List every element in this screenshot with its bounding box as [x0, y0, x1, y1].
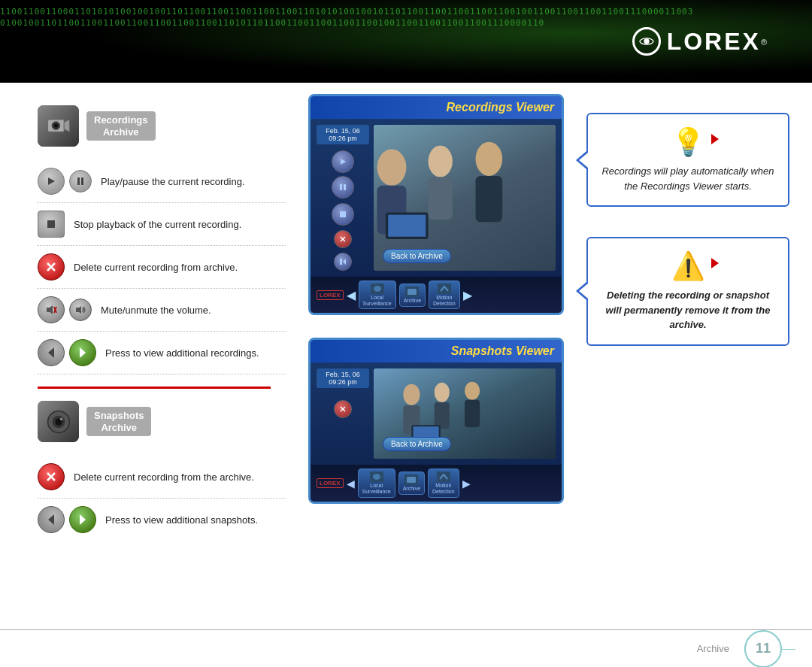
svg-rect-61: [407, 477, 416, 483]
lightbulb-icon: 💡: [671, 126, 705, 158]
snapshot-delete-button[interactable]: [38, 463, 65, 490]
svg-point-43: [374, 286, 381, 292]
viewer-play-btn[interactable]: [332, 150, 354, 173]
left-column: Recordings Archive Play/pause the curren…: [0, 83, 301, 667]
snapshot-nav-next[interactable]: [69, 506, 96, 533]
svg-point-54: [465, 382, 480, 400]
nav-row: Press to view additional recordings.: [38, 332, 286, 374]
viewer-nav-right[interactable]: ▶: [463, 288, 472, 302]
snapshots-label-line1: Snapshots: [94, 410, 144, 422]
stop-row: Stop playback of the current recording.: [38, 203, 286, 246]
snapshots-viewer-footer: LOREX ◀ LocalSurveillance Archive: [311, 465, 562, 501]
snapshots-back-button[interactable]: Back to Archive: [383, 437, 451, 451]
mute-buttons: [38, 296, 92, 323]
recordings-back-button[interactable]: Back to Archive: [383, 249, 451, 263]
nav-label: Press to view additional recordings.: [105, 347, 259, 359]
svg-rect-45: [408, 289, 417, 295]
snapshots-viewer-video: Back to Archive: [374, 368, 556, 459]
snap-nav-tab-motion[interactable]: MotionDetection: [428, 468, 459, 497]
viewer-rewind-btn[interactable]: [334, 253, 352, 271]
svg-marker-15: [48, 347, 54, 358]
delete-label: Delete current recording from archive.: [74, 262, 238, 273]
snapshot-nav-prev[interactable]: [38, 506, 65, 533]
viewer-nav-left[interactable]: ◀: [347, 288, 356, 302]
nav-tab-motion[interactable]: MotionDetection: [429, 280, 460, 309]
svg-rect-7: [81, 177, 83, 185]
mute-row: Mute/unmute the volume.: [38, 289, 286, 332]
svg-point-20: [59, 417, 62, 420]
right-column: 💡 Recordings will play automatically whe…: [571, 83, 812, 667]
recordings-viewer-video: Back to Archive: [374, 125, 556, 271]
viewer-delete-btn[interactable]: [334, 230, 352, 248]
svg-rect-62: [437, 471, 450, 482]
footer-crosshair-h: [780, 649, 795, 650]
pause-button[interactable]: [69, 170, 92, 193]
delete-button[interactable]: [38, 253, 65, 280]
snapshots-viewer: Snapshots Viewer Feb. 15, 06 09:26 pm: [308, 338, 564, 503]
svg-rect-32: [340, 259, 342, 265]
play-pause-label: Play/pause the current recording.: [101, 176, 245, 187]
snap-nav-tab-surveillance[interactable]: LocalSurveillance: [358, 468, 395, 497]
snapshots-label-line2: Archive: [101, 422, 137, 434]
main-content: Recordings Archive Play/pause the curren…: [0, 83, 812, 667]
snapshots-archive-icon: [38, 401, 79, 442]
snapshot-viewer-delete-btn[interactable]: [334, 400, 352, 418]
svg-marker-14: [76, 306, 81, 314]
recordings-archive-icon: [38, 105, 79, 147]
stop-button[interactable]: [38, 211, 65, 238]
viewer-pause-btn[interactable]: [332, 176, 354, 199]
viewer-stop-btn[interactable]: [332, 203, 354, 226]
svg-rect-37: [429, 177, 453, 220]
play-button[interactable]: [38, 168, 65, 195]
snap-nav-tab-motion-label: MotionDetection: [432, 483, 455, 494]
play-pause-row: Play/pause the current recording.: [38, 160, 286, 203]
recordings-viewer: Recordings Viewer Feb. 15, 06 09:26 pm: [308, 94, 564, 315]
nav-next-button[interactable]: [69, 339, 96, 366]
svg-marker-16: [80, 347, 86, 358]
svg-marker-24: [80, 514, 86, 525]
tip1-icon-row: 💡: [601, 126, 774, 158]
snapshot-delete-row: Delete current recording from the archiv…: [38, 456, 286, 499]
snapshot-viewer-nav-left[interactable]: ◀: [347, 478, 355, 490]
svg-rect-8: [47, 220, 55, 228]
svg-rect-27: [344, 184, 346, 190]
recordings-viewer-footer: LOREX ◀ LocalSurveillance Archive: [311, 277, 562, 313]
snapshot-nav-buttons: [38, 506, 96, 533]
lorex-logo: LOREX®: [632, 27, 767, 56]
svg-rect-46: [438, 283, 451, 294]
section-divider: [38, 387, 271, 389]
nav-tab-archive[interactable]: Archive: [399, 283, 426, 307]
recordings-archive-header: Recordings Archive: [38, 105, 286, 147]
page-footer: Archive 11: [0, 629, 812, 667]
footer-page-number: 11: [744, 630, 782, 668]
delete-row: Delete current recording from archive.: [38, 246, 286, 289]
lorex-logo-text: LOREX®: [667, 28, 767, 56]
svg-point-34: [377, 149, 407, 186]
play-pause-buttons: [38, 168, 92, 195]
snapshots-viewer-content: Feb. 15, 06 09:26 pm: [311, 362, 562, 465]
snapshots-viewer-date: Feb. 15, 06 09:26 pm: [317, 368, 369, 388]
recordings-viewer-titlebar: Recordings Viewer: [311, 96, 562, 119]
snapshots-viewer-titlebar: Snapshots Viewer: [311, 340, 562, 362]
volume-button[interactable]: [69, 299, 92, 321]
snapshot-nav-label: Press to view additional snapshots.: [105, 514, 258, 526]
footer-archive-label: Archive: [697, 643, 729, 654]
svg-rect-39: [476, 176, 503, 222]
tip-box-2: ⚠️ Deleting the recording or snapshot wi…: [586, 237, 789, 346]
nav-buttons: [38, 339, 96, 366]
snapshots-viewer-title: Snapshots Viewer: [451, 344, 554, 358]
snapshot-viewer-nav-right[interactable]: ▶: [462, 478, 471, 490]
snapshot-nav-row: Press to view additional snapshots.: [38, 499, 286, 541]
svg-point-36: [429, 145, 453, 177]
snap-nav-tab-archive[interactable]: Archive: [398, 471, 425, 495]
svg-point-0: [644, 38, 649, 44]
nav-prev-button[interactable]: [38, 339, 65, 366]
mute-button[interactable]: [38, 296, 65, 323]
tip2-text: Deleting the recording or snapshot will …: [601, 288, 774, 332]
nav-tab-surveillance[interactable]: LocalSurveillance: [359, 280, 396, 309]
recordings-viewer-date: Feb. 15, 06 09:26 pm: [317, 125, 369, 144]
tip-box-1: 💡 Recordings will play automatically whe…: [586, 113, 789, 207]
snapshots-archive-header: Snapshots Archive: [38, 401, 286, 442]
snapshots-viewer-controls: Feb. 15, 06 09:26 pm: [317, 368, 369, 459]
snap-nav-tab-surveillance-label: LocalSurveillance: [362, 483, 391, 494]
